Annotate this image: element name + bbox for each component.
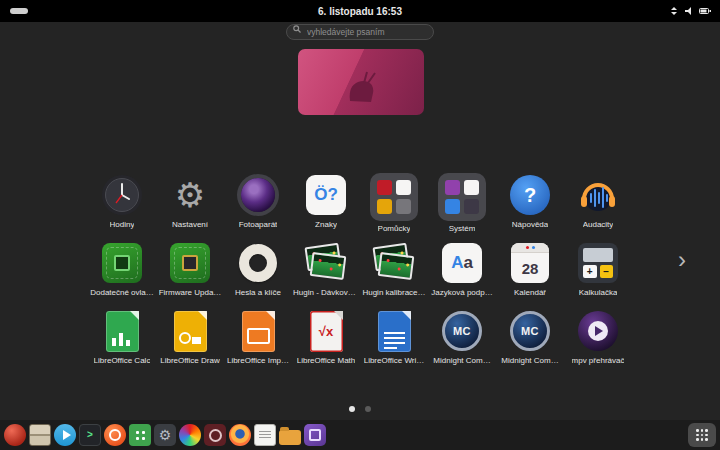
app-napoveda[interactable]: ? Nápověda [496, 172, 564, 240]
search-icon [293, 25, 301, 33]
libreoffice-calc-icon [100, 309, 144, 353]
top-bar: 6. listopadu 16:53 [0, 0, 720, 22]
app-label: Kalkulačka [579, 288, 618, 297]
app-firmware-updater[interactable]: Firmware Upda… [156, 240, 224, 308]
page-dot-2[interactable] [365, 406, 371, 412]
green-tiles-app-icon[interactable] [129, 424, 151, 446]
file-cabinet-app-icon[interactable] [29, 424, 51, 446]
app-grid: Hodiny ⚙ Nastavení Fotoaparát Ö? Znaky P… [88, 172, 632, 376]
camera-lens-icon [236, 173, 280, 217]
kudu-wallpaper-silhouette [298, 49, 424, 115]
keyring-icon [236, 241, 280, 285]
folder-label: Pomůcky [378, 224, 411, 233]
app-label: Hesla a klíče [235, 288, 281, 297]
help-icon: ? [508, 173, 552, 217]
dock: > ⚙ [0, 420, 720, 450]
app-midnight-commander-2[interactable]: MC Midnight Com… [496, 308, 564, 376]
ubuntu-orange-app-icon[interactable] [104, 424, 126, 446]
volume-icon [684, 6, 694, 16]
app-label: Hodiny [110, 220, 135, 229]
hugin-batch-icon [304, 241, 348, 285]
app-label: Jazyková podp… [431, 288, 492, 297]
app-label: LibreOffice Draw [160, 356, 219, 365]
app-hugin-batch[interactable]: Hugin - Dávkové… [292, 240, 360, 308]
telegram-icon[interactable] [54, 424, 76, 446]
folder-label: Systém [449, 224, 476, 233]
libreoffice-draw-icon [168, 309, 212, 353]
files-folder-icon[interactable] [279, 430, 301, 445]
app-audacity[interactable]: Audacity [564, 172, 632, 240]
app-mpv[interactable]: mpv přehrávač [564, 308, 632, 376]
page-dot-1[interactable] [349, 406, 355, 412]
network-arrows-icon [669, 6, 679, 16]
hugin-calibrate-icon [372, 241, 416, 285]
app-hugin-kalibrace[interactable]: Hugin kalibrace… [360, 240, 428, 308]
mpv-player-icon [576, 309, 620, 353]
app-kalkulacka[interactable]: + − Kalkulačka [564, 240, 632, 308]
app-label: LibreOffice Wri… [364, 356, 425, 365]
app-fotoaparat[interactable]: Fotoaparát [224, 172, 292, 240]
app-jazykova-podpora[interactable]: Aa Jazyková podp… [428, 240, 496, 308]
firefox-icon[interactable] [229, 424, 251, 446]
app-libreoffice-impress[interactable]: LibreOffice Imp… [224, 308, 292, 376]
app-label: Firmware Upda… [159, 288, 222, 297]
page-dots [0, 406, 720, 412]
app-label: Nastavení [172, 220, 208, 229]
app-label: LibreOffice Math [297, 356, 356, 365]
midnight-commander-icon: MC [508, 309, 552, 353]
app-label: Znaky [315, 220, 337, 229]
libreoffice-math-icon: √x [304, 309, 348, 353]
app-libreoffice-calc[interactable]: LibreOffice Calc [88, 308, 156, 376]
color-wheel-app-icon[interactable] [179, 424, 201, 446]
next-page-chevron-icon[interactable]: › [678, 248, 686, 272]
text-document-app-icon[interactable] [254, 424, 276, 446]
search-row [0, 21, 720, 40]
app-hesla-a-klice[interactable]: Hesla a klíče [224, 240, 292, 308]
app-znaky[interactable]: Ö? Znaky [292, 172, 360, 240]
utilities-folder-icon [370, 173, 418, 221]
libreoffice-writer-icon [372, 309, 416, 353]
terminal-icon[interactable]: > [79, 424, 101, 446]
app-libreoffice-writer[interactable]: LibreOffice Wri… [360, 308, 428, 376]
grid-dots-icon [696, 429, 708, 441]
workspace-thumbnail[interactable] [298, 49, 424, 115]
audacity-icon [576, 173, 620, 217]
dark-red-app-icon[interactable] [204, 424, 226, 446]
app-label: LibreOffice Calc [94, 356, 151, 365]
app-libreoffice-draw[interactable]: LibreOffice Draw [156, 308, 224, 376]
system-status-area[interactable] [669, 0, 712, 22]
app-label: Kalendář [514, 288, 546, 297]
app-label: Hugin kalibrace… [362, 288, 425, 297]
gears-settings-icon[interactable]: ⚙ [154, 424, 176, 446]
app-label: mpv přehrávač [572, 356, 625, 365]
app-label: Fotoaparát [239, 220, 278, 229]
system-folder-icon [438, 173, 486, 221]
app-label: LibreOffice Imp… [227, 356, 289, 365]
app-label: Dodatečné ovla… [90, 288, 154, 297]
app-dodatecne-ovladace[interactable]: Dodatečné ovla… [88, 240, 156, 308]
firmware-chip-icon [168, 241, 212, 285]
purple-app-icon[interactable] [304, 424, 326, 446]
app-label: Audacity [583, 220, 614, 229]
app-label: Midnight Com… [501, 356, 558, 365]
app-midnight-commander-1[interactable]: MC Midnight Com… [428, 308, 496, 376]
drivers-board-icon [100, 241, 144, 285]
calendar-icon: 28 [508, 241, 552, 285]
language-support-icon: Aa [440, 241, 484, 285]
app-nastaveni[interactable]: ⚙ Nastavení [156, 172, 224, 240]
midnight-commander-icon: MC [440, 309, 484, 353]
app-hodiny[interactable]: Hodiny [88, 172, 156, 240]
show-apps-grid-button[interactable] [688, 423, 716, 447]
clock-date[interactable]: 6. listopadu 16:53 [0, 0, 720, 22]
app-label: Hugin - Dávkové… [293, 288, 359, 297]
search-input[interactable] [286, 24, 434, 40]
libreoffice-impress-icon [236, 309, 280, 353]
app-kalendar[interactable]: 28 Kalendář [496, 240, 564, 308]
red-media-app-icon[interactable] [4, 424, 26, 446]
battery-icon [699, 6, 712, 16]
app-libreoffice-math[interactable]: √x LibreOffice Math [292, 308, 360, 376]
app-label: Nápověda [512, 220, 548, 229]
characters-icon: Ö? [304, 173, 348, 217]
folder-system[interactable]: Systém [428, 172, 496, 240]
folder-pomucky[interactable]: Pomůcky [360, 172, 428, 240]
